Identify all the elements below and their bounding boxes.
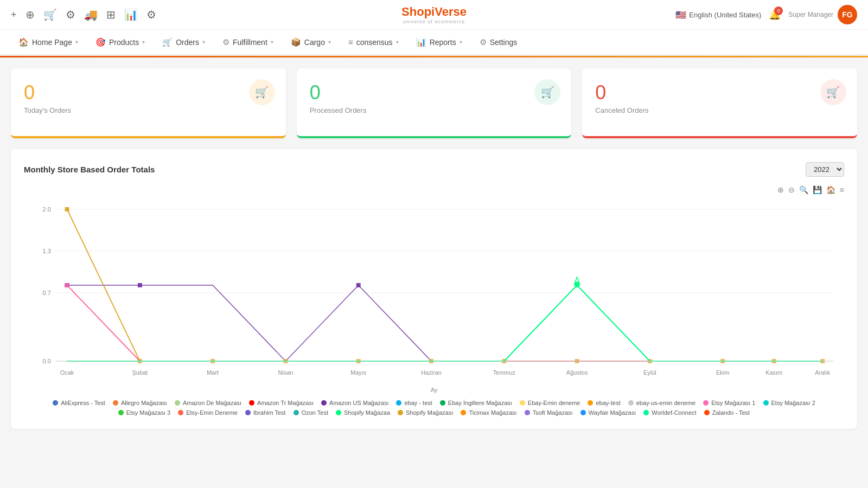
svg-text:1.3: 1.3	[43, 248, 51, 254]
nav-item-fulfillment[interactable]: ⚙ Fulfillment ▾	[215, 30, 281, 56]
chart-section: Monthly Store Based Order Totals 2022 20…	[11, 149, 857, 429]
chevron-down-icon: ▾	[271, 39, 273, 45]
svg-text:Mayıs: Mayıs	[350, 369, 367, 376]
chart-icon[interactable]: 📊	[124, 8, 138, 21]
chart-wrapper: 2.0 1.3 0.7 0.0 Ocak Şubat Mart Nisan Ma…	[24, 198, 844, 393]
legend-item: Etsy Mağazası 3	[118, 409, 170, 416]
chevron-down-icon: ▾	[142, 39, 145, 45]
chevron-down-icon: ▾	[75, 39, 78, 45]
nav-item-consensus[interactable]: ≡ consensus ▾	[341, 30, 406, 56]
legend-item: ebay-us-emin deneme	[628, 400, 695, 406]
canceled-orders-value: 0	[595, 81, 844, 104]
home-chart-icon[interactable]: 🏠	[826, 185, 835, 194]
home-icon: 🏠	[18, 37, 29, 47]
legend-item: Ebay-Emin deneme	[520, 400, 580, 406]
legend-item: ebay-test	[588, 400, 620, 406]
nav-item-settings[interactable]: ⚙ Settings	[472, 30, 525, 56]
menu-icon[interactable]: ≡	[840, 185, 844, 194]
legend-item: Zalando - Test	[704, 409, 750, 416]
chevron-down-icon: ▾	[396, 39, 399, 45]
legend-item: Ozon Test	[293, 409, 328, 416]
fulfillment-icon: ⚙	[222, 37, 229, 47]
svg-text:Ekim: Ekim	[716, 369, 729, 376]
nav-reports-label: Reports	[430, 38, 456, 47]
language-label: English (United States)	[689, 11, 761, 19]
legend-item: Worldef-Connect	[643, 409, 696, 416]
nav-item-home[interactable]: 🏠 Home Page ▾	[11, 30, 86, 56]
chart-legend: AliExpress - TestAllegro MağazasıAmazon …	[24, 400, 844, 416]
line-chart: 2.0 1.3 0.7 0.0 Ocak Şubat Mart Nisan Ma…	[24, 198, 844, 383]
cards-row: 🛒 0 Today's Orders 🛒 0 Processed Orders …	[11, 68, 857, 138]
user-name-text: Super Manager	[788, 10, 833, 20]
settings-nav-icon: ⚙	[480, 37, 487, 47]
svg-rect-36	[65, 283, 69, 287]
download-icon[interactable]: 💾	[813, 185, 822, 194]
svg-text:Ağustos: Ağustos	[566, 369, 588, 376]
nav-item-products[interactable]: 🎯 Products ▾	[88, 30, 152, 56]
add-icon[interactable]: +	[11, 9, 17, 21]
app-tagline: universe of ecommerce	[401, 19, 467, 24]
processed-orders-value: 0	[310, 81, 559, 104]
nav-item-orders[interactable]: 🛒 Orders ▾	[155, 30, 213, 56]
legend-item: Ibrahim Test	[245, 409, 286, 416]
user-info: Super Manager FG	[788, 5, 857, 24]
plugin-icon[interactable]: ⊕	[25, 8, 35, 21]
legend-item: Ticimax Mağazası	[461, 409, 516, 416]
svg-text:0.7: 0.7	[43, 290, 51, 296]
svg-text:Aralık: Aralık	[815, 369, 830, 376]
svg-text:Ocak: Ocak	[60, 369, 74, 376]
nav-products-label: Products	[109, 38, 139, 47]
processed-orders-icon: 🛒	[534, 79, 560, 105]
legend-item: AliExpress - Test	[53, 400, 105, 406]
consensus-icon: ≡	[348, 37, 353, 47]
nav-item-reports[interactable]: 📊 Reports ▾	[409, 30, 470, 56]
processed-orders-label: Processed Orders	[310, 106, 559, 114]
user-avatar[interactable]: FG	[838, 5, 857, 24]
todays-orders-label: Today's Orders	[24, 106, 273, 114]
year-selector[interactable]: 2022 2021 2023	[806, 162, 844, 177]
chart-controls: ⊕ ⊖ 🔍 💾 🏠 ≡	[24, 185, 844, 194]
processed-orders-card: 🛒 0 Processed Orders	[297, 68, 572, 138]
grid-icon[interactable]: ⊞	[106, 8, 116, 21]
zoom-in-icon[interactable]: ⊕	[777, 185, 784, 194]
circle-gear-icon[interactable]: ⚙	[66, 8, 75, 21]
main-content: 🛒 0 Today's Orders 🛒 0 Processed Orders …	[0, 57, 868, 440]
zoom-out-icon[interactable]: ⊖	[788, 185, 795, 194]
search-icon[interactable]: 🔍	[799, 185, 808, 194]
svg-rect-24	[65, 207, 69, 211]
nav-item-cargo[interactable]: 📦 Cargo ▾	[283, 30, 339, 56]
flag-icon: 🇺🇸	[675, 10, 686, 20]
notification-badge: 0	[774, 7, 783, 15]
notification-button[interactable]: 🔔 0	[769, 9, 781, 21]
truck-icon[interactable]: 🚚	[84, 8, 98, 21]
legend-item: Shopify Mağazaa	[336, 409, 390, 416]
nav-cargo-label: Cargo	[304, 38, 325, 47]
nav-bar: 🏠 Home Page ▾ 🎯 Products ▾ 🛒 Orders ▾ ⚙ …	[0, 30, 868, 56]
canceled-orders-icon: 🛒	[820, 79, 846, 105]
todays-orders-icon: 🛒	[249, 79, 275, 105]
nav-consensus-label: consensus	[356, 38, 393, 47]
canceled-orders-label: Canceled Orders	[595, 106, 844, 114]
legend-item: Etsy Mağazası 2	[763, 400, 815, 406]
legend-item: Tsoft Mağazası	[525, 409, 573, 416]
reports-icon: 📊	[416, 37, 426, 47]
cart-icon[interactable]: 🛒	[43, 8, 57, 21]
chevron-down-icon: ▾	[328, 39, 331, 45]
app-logo: ShopiVerse universe of ecommerce	[401, 5, 467, 24]
svg-text:2.0: 2.0	[43, 206, 51, 213]
x-axis-label: Ay	[24, 387, 844, 393]
chevron-down-icon: ▾	[202, 39, 205, 45]
svg-rect-23	[356, 283, 361, 287]
legend-item: Amazon US Mağazası	[321, 400, 388, 406]
top-bar: + ⊕ 🛒 ⚙ 🚚 ⊞ 📊 ⚙ ShopiVerse universe of e…	[0, 0, 868, 30]
legend-item: Etsy Mağazası 1	[703, 400, 755, 406]
legend-item: ebay - test	[396, 400, 432, 406]
legend-item: Wayfair Mağazası	[580, 409, 636, 416]
nav-home-label: Home Page	[32, 38, 72, 47]
language-selector[interactable]: 🇺🇸 English (United States)	[675, 10, 761, 20]
orders-icon: 🛒	[162, 37, 173, 47]
settings-icon[interactable]: ⚙	[146, 8, 156, 21]
products-icon: 🎯	[95, 37, 106, 47]
chart-title: Monthly Store Based Order Totals	[24, 165, 155, 174]
top-bar-icons: + ⊕ 🛒 ⚙ 🚚 ⊞ 📊 ⚙	[11, 8, 156, 21]
